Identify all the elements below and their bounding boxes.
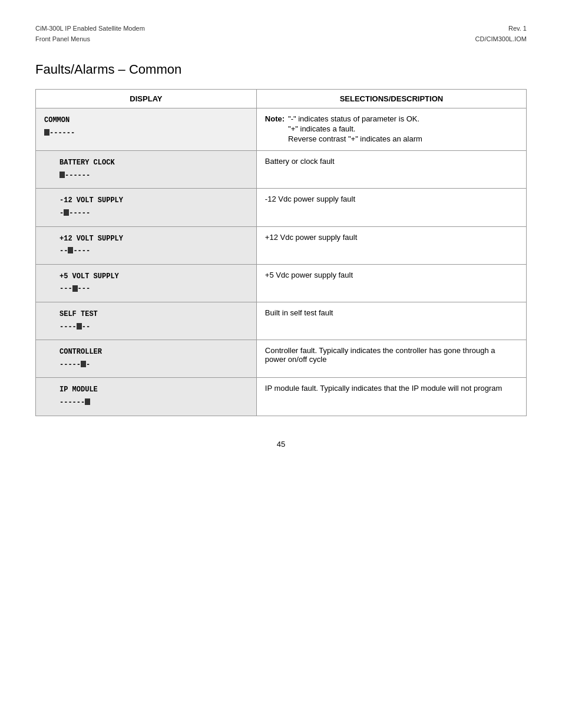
description-text: Controller fault. Typically indicates th… [265,346,495,364]
display-pattern: ------ [59,283,248,296]
table-row: SELF TEST------Built in self test fault [36,302,527,340]
page-number: 45 [277,440,285,449]
display-pattern: ------ [59,245,248,258]
display-pattern: ------ [59,207,248,220]
desc-cell: Built in self test fault [256,302,526,340]
header-left: CiM-300L IP Enabled Satellite Modem Fron… [35,24,145,44]
note-label: Note: [265,114,285,144]
desc-cell: Controller fault. Typically indicates th… [256,340,526,378]
display-label: -12 VOLT SUPPLY [59,195,248,207]
display-label: +12 VOLT SUPPLY [59,233,248,246]
description-text: IP module fault. Typically indicates tha… [265,384,503,393]
note-line: "-" indicates status of parameter is OK. [288,114,422,123]
display-pattern: ------ [59,321,248,334]
display-pattern: ------ [44,127,248,140]
display-label: IP MODULE [59,384,248,397]
display-label: CONTROLLER [59,346,248,359]
display-label: SELF TEST [59,308,248,321]
note-container: Note:"-" indicates status of parameter i… [265,114,518,144]
header-right: Rev. 1 CD/CIM300L.IOM [475,24,527,44]
table-row: CONTROLLER------Controller fault. Typica… [36,340,527,378]
table-row: BATTERY CLOCK------Battery or clock faul… [36,151,527,189]
description-text: +5 Vdc power supply fault [265,271,353,279]
table-row: -12 VOLT SUPPLY-------12 Vdc power suppl… [36,189,527,226]
note-lines: "-" indicates status of parameter is OK.… [288,114,422,144]
desc-cell: Note:"-" indicates status of parameter i… [256,108,526,151]
desc-cell: -12 Vdc power supply fault [256,189,526,226]
col-header-desc: SELECTIONS/DESCRIPTION [256,90,526,108]
note-line: Reverse contrast "+" indicates an alarm [288,134,422,143]
display-pattern: ------ [59,397,248,410]
description-text: Battery or clock fault [265,157,335,166]
col-header-display: DISPLAY [36,90,257,108]
display-label: COMMON [44,114,248,127]
display-cell: -12 VOLT SUPPLY------ [36,189,257,226]
note-line: "+" indicates a fault. [288,124,422,133]
header-right-line1: Rev. 1 [475,24,527,34]
display-cell: +5 VOLT SUPPLY------ [36,264,257,302]
display-cell: BATTERY CLOCK------ [36,151,257,189]
display-cell: SELF TEST------ [36,302,257,340]
display-cell: COMMON------ [36,108,257,151]
description-text: -12 Vdc power supply fault [265,195,355,203]
display-label: BATTERY CLOCK [59,157,248,170]
display-cell: +12 VOLT SUPPLY------ [36,226,257,264]
table-row: +12 VOLT SUPPLY------+12 Vdc power suppl… [36,226,527,264]
page-title: Faults/Alarms – Common [35,62,527,77]
description-text: +12 Vdc power supply fault [265,233,357,242]
doc-header: CiM-300L IP Enabled Satellite Modem Fron… [35,24,527,44]
table-row: COMMON------Note:"-" indicates status of… [36,108,527,151]
header-right-line2: CD/CIM300L.IOM [475,34,527,45]
header-left-line1: CiM-300L IP Enabled Satellite Modem [35,24,145,34]
display-pattern: ------ [59,359,248,372]
faults-table: DISPLAY SELECTIONS/DESCRIPTION COMMON---… [35,89,527,416]
desc-cell: Battery or clock fault [256,151,526,189]
table-row: +5 VOLT SUPPLY------+5 Vdc power supply … [36,264,527,302]
display-pattern: ------ [59,170,248,183]
header-left-line2: Front Panel Menus [35,34,145,45]
description-text: Built in self test fault [265,308,333,317]
display-cell: CONTROLLER------ [36,340,257,378]
table-row: IP MODULE------IP module fault. Typicall… [36,378,527,416]
display-label: +5 VOLT SUPPLY [59,271,248,284]
desc-cell: +5 Vdc power supply fault [256,264,526,302]
display-cell: IP MODULE------ [36,378,257,416]
desc-cell: +12 Vdc power supply fault [256,226,526,264]
desc-cell: IP module fault. Typically indicates tha… [256,378,526,416]
page-footer: 45 [35,440,527,449]
